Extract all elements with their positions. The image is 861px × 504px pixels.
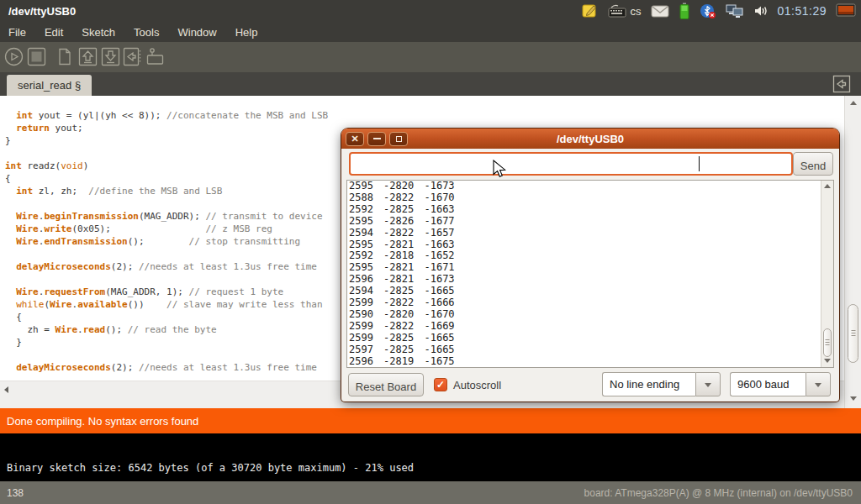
autoscroll-label: Autoscroll <box>453 379 501 391</box>
chevron-down-icon[interactable] <box>806 372 831 396</box>
serial-input[interactable] <box>349 152 793 176</box>
compile-status-text: Done compiling. No syntax errors found <box>7 415 198 428</box>
serial-data-row: 2597 -2825 -1665 <box>347 344 833 356</box>
tab-menu-icon[interactable] <box>832 75 851 93</box>
menu-tools[interactable]: Tools <box>134 26 159 39</box>
thumb-grip <box>826 339 830 346</box>
serial-vscrollbar[interactable] <box>821 181 833 367</box>
tabbar: serial_read § <box>0 72 861 96</box>
serial-data-row: 2595 -2821 -1671 <box>347 262 833 274</box>
baud-rate-value: 9600 baud <box>730 372 806 396</box>
tab-serial-read[interactable]: serial_read § <box>7 75 92 96</box>
menu-help[interactable]: Help <box>235 26 258 39</box>
keyboard-layout-label[interactable]: cs <box>631 5 642 18</box>
serial-scroll-down-icon[interactable] <box>824 359 831 363</box>
console-line: Binary sketch size: 6542 bytes (of a 307… <box>7 462 414 474</box>
serial-data-row: 2599 -2822 -1669 <box>347 321 833 333</box>
serial-output: 2595 -2820 -16732588 -2822 -16702592 -28… <box>347 181 833 368</box>
editor-scroll-thumb[interactable] <box>848 304 858 363</box>
chevron-down-icon[interactable] <box>695 372 721 396</box>
bottom-status-bar: 138 board: ATmega328P(A) @ 8 MHz (intern… <box>0 481 861 504</box>
scroll-left-icon[interactable] <box>4 386 8 393</box>
serial-data-row: 2592 -2818 -1652 <box>347 250 833 262</box>
serial-data-row: 2599 -2822 -1666 <box>347 297 833 309</box>
mail-icon[interactable] <box>651 5 669 18</box>
serial-monitor-window: /dev/ttyUSB0 ✕ Send 2595 -2820 -16732588… <box>341 129 839 402</box>
scroll-down-icon[interactable] <box>850 396 857 401</box>
autoscroll-checkbox[interactable]: ✓ <box>434 378 447 391</box>
editor-vscrollbar[interactable] <box>844 96 861 408</box>
baud-rate-select[interactable]: 9600 baud <box>730 372 831 396</box>
thumb-grip <box>851 330 855 337</box>
menu-edit[interactable]: Edit <box>45 26 63 39</box>
window-buttons: ✕ <box>341 132 408 146</box>
network-icon[interactable] <box>726 3 744 18</box>
serial-monitor-body: Send 2595 -2820 -16732588 -2822 -1670259… <box>341 149 839 402</box>
compile-status-bar: Done compiling. No syntax errors found <box>0 408 861 433</box>
serial-monitor-icon[interactable] <box>145 46 166 67</box>
serial-data-row: 2595 -2826 -1677 <box>347 216 833 228</box>
top-panel: /dev/ttyUSB0 cs 01:51:29 <box>0 0 861 22</box>
serial-data-row: 2590 -2820 -1670 <box>347 309 833 321</box>
session-icon[interactable] <box>836 3 856 18</box>
mouse-cursor-icon <box>493 160 506 181</box>
upload-icon[interactable] <box>122 46 143 67</box>
verify-icon[interactable] <box>3 46 24 67</box>
line-ending-value: No line ending <box>602 372 695 396</box>
minimize-icon[interactable] <box>367 132 386 146</box>
board-info: board: ATmega328P(A) @ 8 MHz (internal) … <box>584 487 861 499</box>
system-tray: cs 01:51:29 <box>582 3 861 19</box>
open-icon[interactable] <box>77 46 98 67</box>
toolbar <box>0 42 861 72</box>
scroll-up-icon[interactable] <box>850 101 857 105</box>
close-icon[interactable]: ✕ <box>346 132 364 146</box>
bluetooth-icon[interactable] <box>700 3 716 19</box>
serial-data-row: 2594 -2825 -1665 <box>347 286 833 297</box>
battery-icon[interactable] <box>679 3 690 19</box>
serial-data-row: 2588 -2822 -1670 <box>347 192 833 204</box>
reset-board-button[interactable]: Reset Board <box>348 373 424 396</box>
serial-data-row: 2596 -2819 -1675 <box>347 356 833 368</box>
line-ending-select[interactable]: No line ending <box>602 372 721 396</box>
volume-icon[interactable] <box>753 4 769 18</box>
serial-data-row: 2594 -2822 -1657 <box>347 228 833 239</box>
menu-window[interactable]: Window <box>177 26 216 39</box>
serial-scroll-up-icon[interactable] <box>824 184 831 188</box>
serial-data-row: 2595 -2820 -1673 <box>347 181 833 192</box>
serial-data-row: 2599 -2825 -1665 <box>347 333 833 344</box>
notes-icon[interactable] <box>582 3 599 18</box>
serial-data-row: 2595 -2821 -1663 <box>347 239 833 251</box>
send-button[interactable]: Send <box>793 152 833 176</box>
text-caret <box>699 156 700 171</box>
serial-data-row: 2592 -2825 -1663 <box>347 204 833 216</box>
clock[interactable]: 01:51:29 <box>778 4 827 18</box>
serial-output-box[interactable]: 2595 -2820 -16732588 -2822 -16702592 -28… <box>346 180 834 368</box>
serial-data-row: 2596 -2821 -1673 <box>347 274 833 286</box>
screen: /dev/ttyUSB0 cs 01:51:29 FileEditSketchT… <box>0 0 861 504</box>
serial-monitor-title: /dev/ttyUSB0 <box>341 133 839 145</box>
save-icon[interactable] <box>100 46 121 67</box>
maximize-icon[interactable] <box>389 132 408 146</box>
new-sketch-icon[interactable] <box>54 46 75 67</box>
code-line: int yout = (yl|(yh << 8)); //concatenate… <box>5 109 844 122</box>
serial-monitor-titlebar[interactable]: /dev/ttyUSB0 ✕ <box>341 129 839 149</box>
serial-scroll-thumb[interactable] <box>823 328 832 357</box>
keyboard-icon[interactable] <box>608 4 626 18</box>
line-number: 138 <box>0 487 24 499</box>
window-title: /dev/ttyUSB0 <box>0 5 76 18</box>
console-output: Binary sketch size: 6542 bytes (of a 307… <box>0 433 861 481</box>
menubar: FileEditSketchToolsWindowHelp <box>0 22 861 42</box>
stop-icon[interactable] <box>26 46 47 67</box>
menu-file[interactable]: File <box>8 26 26 39</box>
menu-sketch[interactable]: Sketch <box>82 26 115 39</box>
